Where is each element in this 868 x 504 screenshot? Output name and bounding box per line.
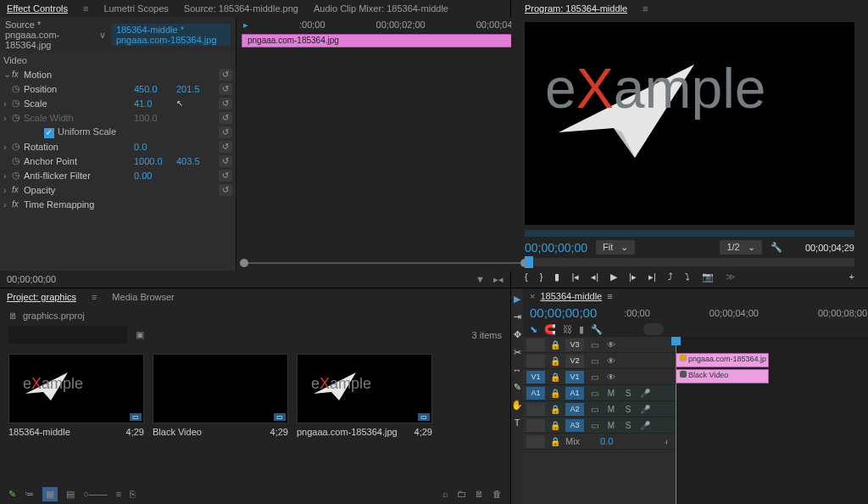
timeline-zoom[interactable] [643, 323, 664, 335]
resolution-select[interactable]: 1/2 ⌄ [720, 240, 761, 255]
lift-icon[interactable]: ⤴ [668, 272, 673, 283]
panel-menu-icon[interactable]: ≡ [643, 3, 648, 14]
razor-tool-icon[interactable]: ✂ [514, 347, 521, 358]
stopwatch-icon[interactable]: ◷ [12, 141, 24, 152]
insert-icon[interactable]: ⬊ [530, 324, 537, 335]
eye-icon[interactable]: 👁 [604, 340, 618, 350]
ripple-edit-tool-icon[interactable]: ✥ [514, 329, 521, 340]
slip-tool-icon[interactable]: ↔ [513, 365, 522, 375]
freeform-view-icon[interactable]: ▤ [66, 489, 75, 500]
track-v1[interactable]: V1 [565, 371, 584, 384]
track-v2[interactable]: V2 [565, 355, 584, 367]
tab-media-browser[interactable]: Media Browser [112, 292, 174, 302]
ec-timeline-clip[interactable]: pngaaa.com-185364.jpg [242, 34, 527, 48]
timeline-timecode[interactable]: 00;00;00;00 [530, 305, 597, 320]
tab-source[interactable]: Source: 185364-middle.png [184, 3, 298, 14]
write-icon[interactable]: ✎ [8, 489, 16, 500]
stopwatch-icon[interactable]: ◷ [12, 170, 24, 181]
rotation-value[interactable]: 0.0 [134, 142, 176, 152]
program-timebar[interactable] [525, 230, 854, 237]
play-icon[interactable]: ▶ [610, 272, 617, 283]
extract-icon[interactable]: ⤵ [685, 272, 690, 283]
track-a1[interactable]: A1 [565, 387, 584, 400]
hand-tool-icon[interactable]: ✋ [511, 400, 523, 411]
timeline-clip[interactable]: Black Video [676, 369, 769, 384]
stopwatch-icon[interactable]: ◷ [12, 155, 24, 166]
bin-item[interactable]: eXample ▭ pngaaa.com-185364.jpg4;29 [297, 354, 432, 437]
sequence-tab[interactable]: 185364-middle [540, 291, 602, 301]
eye-icon[interactable]: 👁 [604, 372, 618, 382]
effect-opacity[interactable]: Opacity [24, 185, 134, 195]
position-y[interactable]: 201.5 [176, 84, 219, 94]
tab-lumetri-scopes[interactable]: Lumetri Scopes [103, 3, 168, 14]
step-back-icon[interactable]: ◂| [591, 272, 598, 283]
close-icon[interactable]: × [530, 291, 535, 301]
go-to-in-icon[interactable]: |◂ [571, 272, 579, 283]
marker-icon[interactable]: ▮ [579, 324, 584, 335]
bin-item[interactable]: eXample ▭ 185364-middle4;29 [8, 354, 144, 437]
lock-icon[interactable]: 🔒 [548, 389, 562, 398]
icon-view-icon[interactable]: ▦ [42, 487, 58, 501]
reset-icon[interactable]: ↺ [219, 69, 232, 81]
tab-effect-controls[interactable]: Effect Controls [7, 3, 68, 14]
reset-icon[interactable]: ↺ [219, 112, 232, 124]
track-a3[interactable]: A3 [565, 419, 584, 432]
selection-tool-icon[interactable]: ▶ [514, 294, 520, 305]
tab-audio-clip-mixer[interactable]: Audio Clip Mixer: 185364-middle [314, 3, 448, 14]
timeline-tracks[interactable]: pngaaa.com-185364.jp Black Video [676, 337, 868, 504]
anchor-x[interactable]: 1000.0 [134, 156, 176, 166]
ec-source-clip[interactable]: 185364-middle * pngaaa.com-185364.jpg [111, 24, 231, 46]
eye-icon[interactable]: 👁 [604, 356, 618, 366]
filter-icon[interactable]: ▼ [476, 274, 485, 285]
step-forward-icon[interactable]: |▸ [629, 272, 637, 283]
settings-icon[interactable]: 🔧 [771, 242, 782, 253]
lock-icon[interactable]: 🔒 [548, 356, 562, 366]
scale-value[interactable]: 41.0 [134, 98, 176, 109]
toggle-icon[interactable]: ▸◂ [493, 274, 504, 285]
mark-out-icon[interactable]: } [540, 272, 543, 283]
effect-time-remapping[interactable]: Time Remapping [24, 199, 134, 210]
toggle-output-icon[interactable]: ▭ [587, 372, 601, 382]
sort-icon[interactable]: ≡ [116, 489, 121, 499]
lock-icon[interactable]: 🔒 [548, 372, 562, 382]
reset-icon[interactable]: ↺ [219, 170, 232, 182]
new-item-icon[interactable]: 🗎 [475, 489, 484, 499]
effect-motion[interactable]: Motion [24, 70, 134, 80]
reset-icon[interactable]: ↺ [219, 184, 232, 196]
program-timecode[interactable]: 00;00;00;00 [525, 241, 587, 255]
zoom-slider[interactable]: ○—— [83, 489, 108, 499]
ec-zoom-slider[interactable] [236, 255, 532, 271]
anchor-y[interactable]: 403.5 [176, 156, 219, 166]
ec-timecode[interactable]: 00;00;00;00 [7, 274, 56, 284]
reset-icon[interactable]: ↺ [219, 98, 232, 109]
uniform-scale-checkbox[interactable] [44, 128, 54, 138]
pen-tool-icon[interactable]: ✎ [514, 382, 521, 393]
filter-bin-icon[interactable]: ▣ [136, 329, 144, 340]
timeline-clip[interactable]: pngaaa.com-185364.jp [676, 353, 769, 367]
fx-badge[interactable]: fx [12, 70, 24, 79]
add-marker-icon[interactable]: ▮ [554, 272, 559, 283]
position-x[interactable]: 450.0 [134, 84, 176, 94]
playhead-icon[interactable] [525, 256, 533, 268]
source-v1[interactable]: V1 [526, 371, 545, 384]
track-a2[interactable]: A2 [565, 403, 584, 416]
snap-icon[interactable]: 🧲 [544, 324, 556, 335]
program-ruler[interactable] [525, 258, 854, 266]
bin-item[interactable]: ▭ Black Video4;29 [153, 354, 288, 437]
program-monitor[interactable]: eXample [525, 22, 854, 225]
panel-menu-icon[interactable]: ≡ [607, 291, 612, 301]
export-frame-icon[interactable]: 📷 [702, 272, 714, 283]
list-view-icon[interactable]: ≔ [25, 489, 34, 500]
tab-project[interactable]: Project: graphics [7, 292, 76, 302]
mic-icon[interactable]: 🎤 [638, 389, 652, 398]
panel-menu-icon[interactable]: ≡ [83, 3, 88, 14]
project-search-input[interactable] [8, 326, 127, 344]
mark-in-icon[interactable]: { [525, 272, 528, 283]
stopwatch-icon[interactable]: ◷ [12, 83, 24, 94]
new-bin-icon[interactable]: 🗀 [457, 489, 466, 499]
track-v3[interactable]: V3 [565, 339, 584, 351]
delete-icon[interactable]: 🗑 [492, 489, 502, 499]
tab-program[interactable]: Program: 185364-middle [525, 3, 627, 14]
reset-icon[interactable]: ↺ [219, 126, 232, 138]
reset-icon[interactable]: ↺ [219, 155, 232, 167]
